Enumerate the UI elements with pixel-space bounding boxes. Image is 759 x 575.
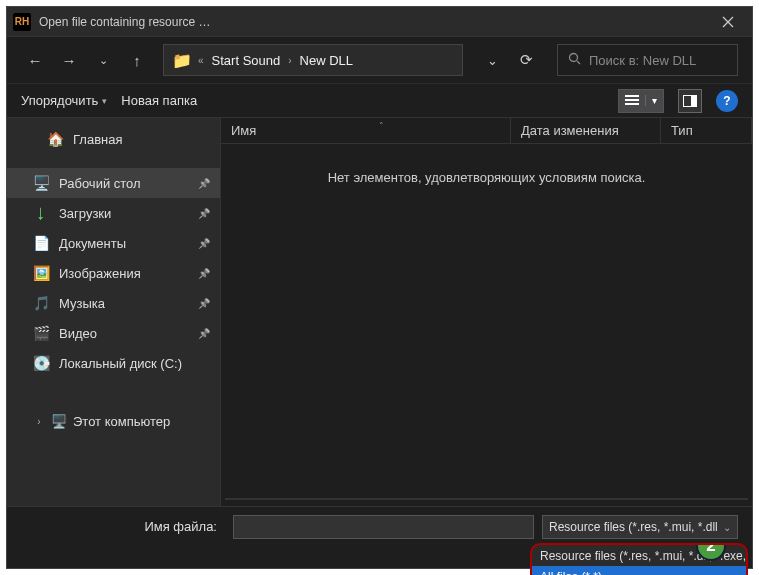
- pictures-icon: 🖼️: [33, 265, 49, 281]
- close-button[interactable]: [708, 8, 748, 36]
- sidebar-item-home[interactable]: 🏠 Главная: [7, 124, 220, 154]
- drive-icon: 💽: [33, 355, 49, 371]
- divider: [225, 498, 748, 500]
- up-button[interactable]: ↑: [123, 46, 151, 74]
- address-bar[interactable]: 📁 « Start Sound › New DLL: [163, 44, 463, 76]
- navbar: ← → ⌄ ↑ 📁 « Start Sound › New DLL ⌄ ⟳ По…: [7, 37, 752, 83]
- column-header-date[interactable]: Дата изменения: [511, 118, 661, 143]
- svg-rect-2: [691, 95, 697, 106]
- pin-icon: [198, 207, 210, 219]
- filetype-selected-text: Resource files (*.res, *.mui, *.dll: [549, 520, 718, 534]
- sidebar-item-label: Рабочий стол: [59, 176, 141, 191]
- sidebar-item-downloads[interactable]: ⭣ Загрузки: [7, 198, 220, 228]
- refresh-button[interactable]: ⟳: [513, 44, 539, 76]
- sidebar-item-label: Этот компьютер: [73, 414, 170, 429]
- toolbar: Упорядочить▾ Новая папка ▾ ?: [7, 83, 752, 117]
- download-icon: ⭣: [33, 205, 49, 221]
- sidebar-item-label: Локальный диск (C:): [59, 356, 182, 371]
- forward-button[interactable]: →: [55, 46, 83, 74]
- empty-list-message: Нет элементов, удовлетворяющих условиям …: [221, 170, 752, 185]
- sidebar-item-label: Загрузки: [59, 206, 111, 221]
- desktop-icon: 🖥️: [33, 175, 49, 191]
- new-folder-button[interactable]: Новая папка: [121, 93, 197, 108]
- sidebar-item-videos[interactable]: 🎬 Видео: [7, 318, 220, 348]
- sidebar-item-label: Главная: [73, 132, 122, 147]
- filename-label: Имя файла:: [21, 515, 225, 539]
- help-button[interactable]: ?: [716, 90, 738, 112]
- filetype-combobox[interactable]: Resource files (*.res, *.mui, *.dll ⌄: [542, 515, 738, 539]
- sidebar-item-label: Изображения: [59, 266, 141, 281]
- chevron-down-icon: ▾: [645, 95, 663, 106]
- sidebar-item-computer[interactable]: › 🖥️ Этот компьютер: [7, 406, 220, 436]
- view-mode-button[interactable]: ▾: [618, 89, 664, 113]
- breadcrumb-prefix-icon: «: [198, 55, 204, 66]
- recent-locations-button[interactable]: ⌄: [89, 46, 117, 74]
- chevron-right-icon: ›: [33, 416, 45, 427]
- sidebar-item-desktop[interactable]: 🖥️ Рабочий стол: [7, 168, 220, 198]
- column-header-row: Имя ˄ Дата изменения Тип: [221, 118, 752, 144]
- search-placeholder: Поиск в: New DLL: [589, 53, 696, 68]
- preview-pane-button[interactable]: [678, 89, 702, 113]
- pin-icon: [198, 177, 210, 189]
- column-header-name[interactable]: Имя ˄: [221, 118, 511, 143]
- list-icon: [619, 95, 645, 107]
- file-list-area: Имя ˄ Дата изменения Тип Нет элементов, …: [221, 118, 752, 506]
- address-dropdown-button[interactable]: ⌄: [479, 44, 505, 76]
- filetype-option[interactable]: All files (*.*): [532, 566, 746, 575]
- folder-icon: 📁: [172, 51, 192, 70]
- home-icon: 🏠: [47, 131, 63, 147]
- organize-button[interactable]: Упорядочить▾: [21, 93, 107, 108]
- sidebar-item-music[interactable]: 🎵 Музыка: [7, 288, 220, 318]
- search-input[interactable]: Поиск в: New DLL: [557, 44, 738, 76]
- document-icon: 📄: [33, 235, 49, 251]
- chevron-down-icon: ⌄: [723, 522, 731, 533]
- search-icon: [568, 52, 581, 68]
- pin-icon: [198, 237, 210, 249]
- sidebar-item-documents[interactable]: 📄 Документы: [7, 228, 220, 258]
- titlebar: RH Open file containing resource …: [7, 7, 752, 37]
- footer: Имя файла: Resource files (*.res, *.mui,…: [7, 506, 752, 568]
- sort-caret-icon: ˄: [379, 121, 384, 131]
- sidebar-item-label: Музыка: [59, 296, 105, 311]
- chevron-right-icon: ›: [288, 55, 291, 66]
- sidebar-item-label: Документы: [59, 236, 126, 251]
- sidebar: 🏠 Главная 🖥️ Рабочий стол ⭣ Загрузки 📄 Д…: [7, 118, 221, 506]
- back-button[interactable]: ←: [21, 46, 49, 74]
- svg-point-0: [570, 54, 578, 62]
- video-icon: 🎬: [33, 325, 49, 341]
- breadcrumb-segment[interactable]: Start Sound: [210, 53, 283, 68]
- file-open-dialog: RH Open file containing resource … ← → ⌄…: [6, 6, 753, 569]
- pin-icon: [198, 267, 210, 279]
- column-header-type[interactable]: Тип: [661, 118, 752, 143]
- breadcrumb-segment[interactable]: New DLL: [298, 53, 355, 68]
- app-icon: RH: [13, 13, 31, 31]
- filetype-dropdown: 2 Resource files (*.res, *.mui, *.dll, *…: [530, 543, 748, 575]
- pin-icon: [198, 327, 210, 339]
- sidebar-item-pictures[interactable]: 🖼️ Изображения: [7, 258, 220, 288]
- computer-icon: 🖥️: [51, 414, 67, 429]
- pin-icon: [198, 297, 210, 309]
- sidebar-item-label: Видео: [59, 326, 97, 341]
- sidebar-item-local-disk[interactable]: 💽 Локальный диск (C:): [7, 348, 220, 378]
- filename-input[interactable]: [233, 515, 534, 539]
- window-title: Open file containing resource …: [39, 15, 210, 29]
- music-icon: 🎵: [33, 295, 49, 311]
